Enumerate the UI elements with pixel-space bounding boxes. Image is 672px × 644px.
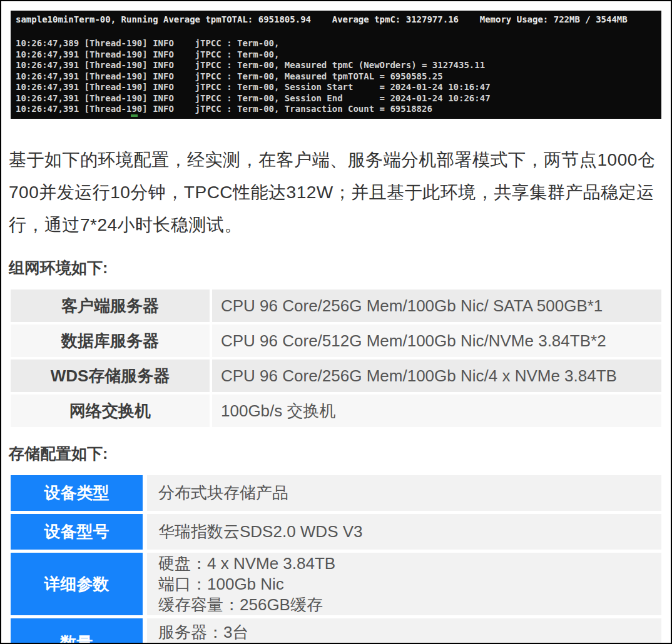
table-row: 数据库服务器 CPU 96 Core/512G Mem/100Gb Nic/NV…: [11, 325, 661, 357]
network-section-heading: 组网环境如下:: [9, 258, 663, 278]
document-page: sample10minTerm-00, Running Average tpmT…: [0, 0, 672, 644]
terminal-log-line: 10:26:47,391 [Thread-190] INFO jTPCC : T…: [16, 104, 656, 115]
table-row: 设备类型 分布式块存储产品: [11, 475, 661, 511]
summary-paragraph: 基于如下的环境配置，经实测，在客户端、服务端分机部署模式下，两节点1000仓70…: [9, 144, 663, 241]
terminal-log-line: 10:26:47,391 [Thread-190] INFO jTPCC : T…: [16, 93, 656, 104]
value-line: 华瑞指数云SDS2.0 WDS V3: [158, 521, 661, 542]
table-row: WDS存储服务器 CPU 96 Core/256G Mem/100Gb Nic/…: [11, 360, 661, 392]
value-line: 端口：100Gb Nic: [158, 574, 661, 595]
row-value: CPU 96 Core/512G Mem/100Gb Nic/NVMe 3.84…: [212, 325, 661, 357]
terminal-log-line: 10:26:47,391 [Thread-190] INFO jTPCC : T…: [16, 71, 656, 83]
terminal-status-line: sample10minTerm-00, Running Average tpmT…: [16, 13, 656, 26]
value-line: 分布式块存储产品: [158, 483, 661, 503]
row-label: 网络交换机: [11, 395, 210, 427]
row-value: CPU 96 Core/256G Mem/100Gb Nic/ SATA 500…: [212, 289, 661, 322]
storage-table: 设备类型 分布式块存储产品 设备型号 华瑞指数云SDS2.0 WDS V3 详细…: [11, 475, 661, 644]
row-value: CPU 96 Core/256G Mem/100Gb Nic/4 x NVMe …: [212, 360, 661, 392]
network-table: 客户端服务器 CPU 96 Core/256G Mem/100Gb Nic/ S…: [11, 289, 661, 427]
terminal-log-line: 10:26:47,391 [Thread-190] INFO jTPCC : T…: [16, 49, 656, 61]
row-label: 数据库服务器: [11, 325, 210, 357]
value-line: 缓存容量：256GB缓存: [158, 595, 661, 615]
row-value: 分布式块存储产品: [147, 475, 661, 511]
row-label: 设备型号: [11, 514, 143, 550]
terminal-output: sample10minTerm-00, Running Average tpmT…: [11, 11, 661, 119]
terminal-log-line: 10:26:47,389 [Thread-190] INFO jTPCC : T…: [16, 38, 656, 49]
storage-section-heading: 存储配置如下:: [9, 443, 663, 464]
table-row: 数量 服务器：3台 每台硬盘数量：4块 （容量14TB）: [11, 618, 661, 644]
row-value: 硬盘：4 x NVMe 3.84TB 端口：100Gb Nic 缓存容量：256…: [147, 553, 661, 615]
row-label: 详细参数: [11, 553, 143, 615]
row-label: WDS存储服务器: [11, 360, 210, 392]
table-row: 网络交换机 100Gb/s 交换机: [11, 395, 661, 427]
terminal-cursor: [131, 114, 138, 117]
terminal-log-line: 10:26:47,391 [Thread-190] INFO jTPCC : T…: [16, 82, 656, 93]
table-row: 设备型号 华瑞指数云SDS2.0 WDS V3: [11, 514, 661, 550]
row-value: 100Gb/s 交换机: [212, 395, 661, 427]
row-value: 华瑞指数云SDS2.0 WDS V3: [147, 514, 661, 550]
row-label: 设备类型: [11, 475, 143, 511]
row-label: 客户端服务器: [11, 289, 210, 322]
terminal-log-line: 10:26:47,391 [Thread-190] INFO jTPCC : T…: [16, 60, 656, 71]
row-value: 服务器：3台 每台硬盘数量：4块 （容量14TB）: [147, 618, 661, 644]
table-row: 客户端服务器 CPU 96 Core/256G Mem/100Gb Nic/ S…: [11, 289, 661, 322]
table-row: 详细参数 硬盘：4 x NVMe 3.84TB 端口：100Gb Nic 缓存容…: [11, 553, 661, 615]
value-line: 服务器：3台: [158, 622, 661, 643]
row-label: 数量: [11, 618, 143, 644]
value-line: 硬盘：4 x NVMe 3.84TB: [158, 553, 661, 574]
